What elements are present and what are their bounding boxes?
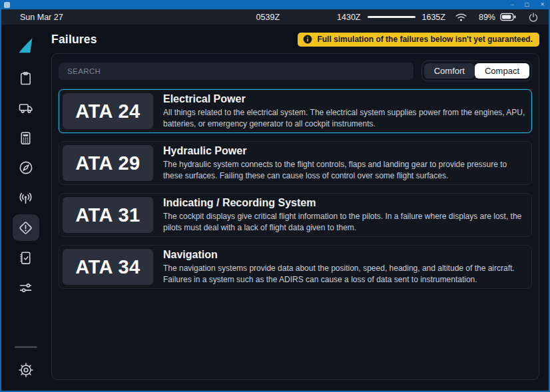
compact-view-button[interactable]: Compact [475, 63, 529, 79]
os-titlebar: – ▢ ✕ [0, 0, 550, 9]
card-description: The navigation systems provide data abou… [163, 263, 528, 285]
antenna-icon [17, 190, 34, 206]
app-icon [4, 2, 10, 8]
sidebar-item-failures[interactable] [13, 214, 39, 241]
ata-code-badge: ATA 31 [63, 197, 153, 233]
battery-percent: 89% [479, 13, 495, 22]
failures-panel: Comfort Compact ATA 24 Electrical Power … [51, 53, 539, 380]
card-title: Hydraulic Power [163, 145, 528, 157]
sidebar-item-ground-services[interactable] [13, 95, 39, 121]
card-description: The cockpit displays give critical fligh… [163, 211, 528, 233]
sidebar-item-radio[interactable] [13, 184, 39, 211]
status-date: Sun Mar 27 [20, 13, 63, 22]
sidebar-divider [15, 346, 37, 348]
power-icon[interactable] [528, 12, 539, 23]
gear-icon [18, 362, 34, 378]
sidebar-item-navigation[interactable] [13, 154, 39, 181]
main-content: Failures Full simulation of the failures… [50, 25, 549, 391]
comfort-view-button[interactable]: Comfort [424, 63, 475, 79]
ata-code-badge: ATA 34 [63, 249, 153, 285]
status-arrival-time: 1635Z [422, 13, 445, 22]
maximize-button[interactable]: ▢ [525, 2, 530, 7]
card-description: All things related to the electrical sys… [163, 107, 528, 129]
card-title: Navigation [163, 249, 528, 261]
minimize-button[interactable]: – [511, 2, 513, 7]
card-title: Electrical Power [163, 93, 528, 105]
failure-card-ata34[interactable]: ATA 34 Navigation The navigation systems… [59, 245, 532, 289]
card-title: Indicating / Recording System [163, 197, 528, 209]
sidebar-item-sim-options[interactable] [13, 274, 39, 301]
status-bar: Sun Mar 27 0539Z 1430Z 1635Z 89% [1, 9, 549, 25]
view-toggle-group: Comfort Compact [421, 61, 532, 81]
page-title: Failures [51, 33, 97, 47]
calculator-icon [18, 130, 33, 146]
warning-banner: Full simulation of the failures below is… [298, 33, 539, 47]
truck-icon [18, 100, 34, 116]
search-input[interactable] [59, 63, 413, 80]
ata-code-badge: ATA 29 [63, 145, 153, 181]
wifi-icon [455, 12, 467, 22]
compass-icon [18, 160, 34, 176]
info-icon [303, 35, 312, 44]
sidebar-item-settings[interactable] [13, 357, 39, 383]
flight-progress-bar [368, 16, 415, 18]
app-window: – ▢ ✕ Sun Mar 27 0539Z 1430Z 1635Z 89% [0, 0, 550, 392]
sidebar-item-checklists[interactable] [13, 244, 39, 271]
sidebar-item-calculator[interactable] [13, 124, 39, 151]
card-description: The hydraulic system connects to the fli… [163, 159, 528, 181]
status-departure-time: 1430Z [337, 13, 360, 22]
airline-tailfin-logo [13, 33, 39, 58]
sliders-icon [17, 280, 34, 296]
failure-card-ata29[interactable]: ATA 29 Hydraulic Power The hydraulic sys… [59, 141, 532, 185]
ata-code-badge: ATA 24 [63, 93, 153, 129]
sidebar-item-clipboard[interactable] [13, 65, 39, 91]
warning-banner-text: Full simulation of the failures below is… [317, 35, 533, 44]
close-button[interactable]: ✕ [540, 2, 545, 7]
battery-icon [500, 13, 516, 21]
failure-category-list: ATA 24 Electrical Power All things relat… [59, 89, 532, 289]
clipboard-icon [18, 71, 33, 86]
failure-card-ata24[interactable]: ATA 24 Electrical Power All things relat… [59, 89, 532, 133]
checklist-icon [18, 250, 33, 266]
warning-diamond-icon [17, 220, 34, 236]
failure-card-ata31[interactable]: ATA 31 Indicating / Recording System The… [59, 193, 532, 237]
status-current-time: 0539Z [256, 13, 280, 22]
sidebar [1, 25, 50, 391]
